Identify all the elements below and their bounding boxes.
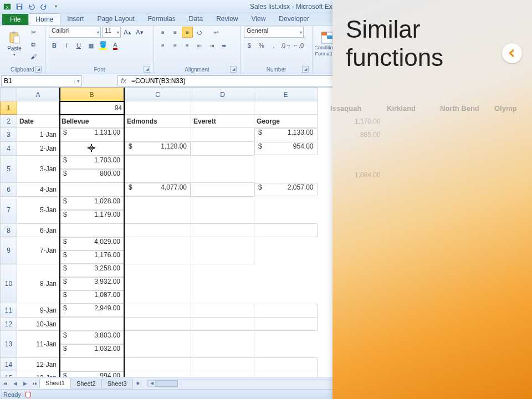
excel-icon[interactable]: X (2, 2, 12, 12)
cell-B4[interactable] (59, 142, 125, 156)
number-format-combo[interactable]: General▾ (244, 27, 304, 38)
cell-E2[interactable]: George (254, 115, 318, 128)
cell-C6[interactable]: $4,077.00 (125, 183, 191, 196)
decrease-indent-icon[interactable]: ⇤ (194, 40, 205, 51)
cell-D4[interactable] (191, 142, 254, 156)
cell-C4[interactable]: $1,128.00 (125, 142, 191, 155)
ribbon-tab-home[interactable]: Home (28, 13, 60, 25)
cell-A12[interactable]: 10-Jan (17, 318, 59, 331)
row-header-4[interactable]: 4 (1, 142, 17, 156)
sheet-tab-sheet3[interactable]: Sheet3 (101, 378, 133, 388)
qat-customize-icon[interactable]: ▾ (51, 2, 61, 12)
cell-B3[interactable]: $1,131.00 (59, 128, 124, 141)
font-launcher-icon[interactable]: ◢ (144, 66, 150, 73)
border-icon[interactable]: ▦ (85, 40, 96, 51)
overlay-back-button[interactable] (502, 43, 522, 63)
undo-icon[interactable] (27, 2, 37, 12)
file-tab[interactable]: File (2, 14, 28, 25)
row-header-14[interactable]: 14 (1, 358, 17, 371)
wrap-text-icon[interactable]: ↩ (211, 27, 222, 38)
font-color-icon[interactable]: A (110, 40, 121, 51)
fill-color-icon[interactable]: 🪣 (98, 40, 109, 51)
cell-A3[interactable]: 1-Jan (17, 128, 59, 142)
row-header-9[interactable]: 9 (1, 237, 17, 264)
cell-C13[interactable]: $1,032.00 (59, 344, 124, 357)
clipboard-launcher-icon[interactable]: ◢ (35, 66, 42, 73)
cell-B1[interactable]: 94 (59, 101, 125, 115)
cell-D3[interactable] (191, 128, 254, 142)
ribbon-tab-insert[interactable]: Insert (60, 13, 90, 25)
cell-D15[interactable] (191, 371, 254, 377)
alignment-launcher-icon[interactable]: ◢ (230, 66, 237, 73)
cell-C9[interactable]: $1,176.00 (59, 250, 124, 264)
cell-C2[interactable]: Edmonds (125, 115, 191, 128)
sheet-tab-sheet1[interactable]: Sheet1 (39, 378, 71, 388)
ribbon-tab-formulas[interactable]: Formulas (141, 13, 182, 25)
cell-C5[interactable]: $800.00 (59, 169, 124, 182)
row-header-15[interactable]: 15 (1, 371, 17, 377)
percent-format-icon[interactable]: % (256, 40, 267, 51)
ribbon-tab-page-layout[interactable]: Page Layout (90, 13, 141, 25)
cell-D12[interactable] (191, 318, 254, 331)
name-box-input[interactable] (2, 77, 74, 85)
cell-C11[interactable] (125, 304, 191, 318)
font-name-combo[interactable]: Calibri▾ (49, 27, 101, 38)
scroll-thumb[interactable] (156, 380, 178, 387)
cell-B9[interactable]: $4,029.00 (59, 237, 124, 250)
sheet-nav-prev-icon[interactable]: ◀ (11, 379, 19, 388)
paste-button[interactable]: Paste ▾ (3, 27, 25, 61)
underline-button[interactable]: U (73, 40, 84, 51)
cell-A4[interactable]: 2-Jan (17, 142, 59, 156)
new-sheet-icon[interactable]: ✸ (134, 379, 142, 388)
cell-A14[interactable]: 12-Jan (17, 358, 59, 371)
cell-D10[interactable]: $1,087.00 (59, 290, 124, 304)
row-header-2[interactable]: 2 (1, 115, 17, 128)
row-header-13[interactable]: 13 (1, 331, 17, 358)
cell-B10[interactable]: $3,258.00 (59, 264, 124, 277)
select-all-corner[interactable] (1, 88, 17, 101)
increase-indent-icon[interactable]: ⇥ (206, 40, 217, 51)
decrease-decimal-icon[interactable]: ←.0 (293, 40, 304, 51)
cell-C1[interactable] (125, 101, 191, 115)
row-header-7[interactable]: 7 (1, 197, 17, 224)
cell-C14[interactable] (125, 358, 191, 371)
cell-E1[interactable] (254, 101, 318, 115)
align-top-icon[interactable]: ≡ (157, 27, 168, 38)
cell-B12[interactable] (59, 318, 125, 331)
row-header-12[interactable]: 12 (1, 318, 17, 331)
name-box[interactable]: ▾ (1, 75, 82, 86)
column-header-B[interactable]: B (59, 88, 125, 101)
align-bottom-icon[interactable]: ≡ (182, 27, 193, 38)
cell-E11[interactable] (254, 304, 318, 318)
bold-button[interactable]: B (49, 40, 60, 51)
sheet-nav-next-icon[interactable]: ▶ (21, 379, 29, 388)
row-header-10[interactable]: 10 (1, 264, 17, 304)
cell-D13[interactable] (125, 331, 191, 358)
cell-E5[interactable] (191, 156, 254, 183)
row-header-1[interactable]: 1 (1, 101, 17, 115)
cell-B2[interactable]: Bellevue (59, 115, 125, 128)
cell-D9[interactable] (125, 237, 191, 264)
cell-E10[interactable] (125, 264, 191, 304)
align-center-icon[interactable]: ≡ (170, 40, 181, 51)
cell-B11[interactable]: $2,949.00 (59, 304, 124, 317)
redo-icon[interactable] (39, 2, 49, 12)
cell-B15[interactable]: $994.00 (59, 371, 124, 377)
fx-icon[interactable]: fx (118, 77, 129, 85)
grow-font-icon[interactable]: A▴ (122, 27, 133, 38)
scroll-left-icon[interactable]: ◀ (148, 380, 156, 387)
cell-A10[interactable]: 8-Jan (17, 264, 59, 304)
cell-D2[interactable]: Everett (191, 115, 254, 128)
cell-D14[interactable] (191, 358, 254, 371)
cell-B7[interactable]: $1,028.00 (59, 197, 124, 210)
shrink-font-icon[interactable]: A▾ (134, 27, 145, 38)
cell-D6[interactable] (191, 183, 254, 197)
cell-E6[interactable]: $2,057.00 (254, 183, 318, 196)
cell-E8[interactable] (254, 224, 318, 237)
cell-A11[interactable]: 9-Jan (17, 304, 59, 318)
cell-A2[interactable]: Date (17, 115, 59, 128)
cell-B14[interactable] (59, 358, 125, 371)
comma-format-icon[interactable]: , (268, 40, 279, 51)
copy-icon[interactable]: ⧉ (28, 39, 39, 50)
align-middle-icon[interactable]: ≡ (170, 27, 181, 38)
